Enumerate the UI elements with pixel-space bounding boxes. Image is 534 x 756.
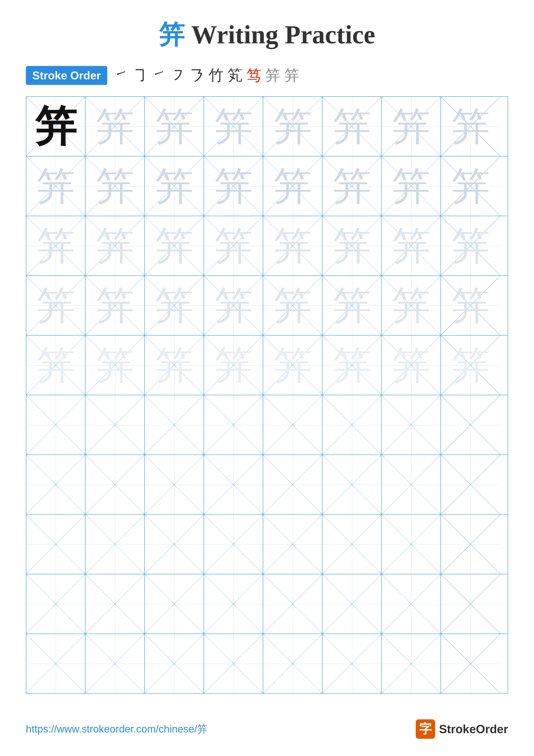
grid-cell[interactable]: 笄 <box>322 97 382 156</box>
grid-cell[interactable] <box>263 395 322 454</box>
grid-cell[interactable]: 笄 <box>26 336 86 395</box>
practice-char: 笄 <box>392 286 431 325</box>
grid-cell[interactable]: 笄 <box>86 156 145 216</box>
grid-cell[interactable] <box>263 515 322 574</box>
practice-char: 笄 <box>96 227 135 265</box>
grid-cell[interactable] <box>382 574 441 634</box>
grid-cell[interactable]: 笄 <box>86 276 145 335</box>
grid-cell[interactable] <box>204 455 263 514</box>
grid-cell[interactable] <box>441 574 500 634</box>
grid-cell[interactable] <box>145 634 204 693</box>
grid-cell[interactable]: 笄 <box>441 97 500 156</box>
grid-cell[interactable] <box>441 515 500 574</box>
grid-row-empty <box>26 395 508 455</box>
practice-char: 笄 <box>333 286 371 325</box>
grid-cell[interactable]: 笄 <box>204 156 263 216</box>
practice-char: 笄 <box>273 227 312 265</box>
grid-cell[interactable] <box>204 515 263 574</box>
footer: https://www.strokeorder.com/chinese/笄 字 … <box>26 719 508 739</box>
grid-cell[interactable] <box>86 515 145 574</box>
grid-cell[interactable] <box>322 395 382 454</box>
grid-cell[interactable]: 笄 <box>441 216 500 275</box>
grid-cell[interactable] <box>26 574 86 634</box>
practice-char: 笄 <box>37 286 75 325</box>
grid-cell[interactable] <box>441 634 500 693</box>
footer-url[interactable]: https://www.strokeorder.com/chinese/笄 <box>26 722 207 736</box>
grid-cell[interactable] <box>204 395 263 454</box>
practice-char: 笄 <box>214 107 253 146</box>
grid-cell[interactable] <box>86 395 145 454</box>
practice-char: 笄 <box>273 286 312 325</box>
grid-cell[interactable] <box>322 455 382 514</box>
grid-cell[interactable] <box>145 395 204 454</box>
grid-cell[interactable]: 笄 <box>441 336 500 395</box>
grid-cell[interactable]: 笄 <box>382 97 441 156</box>
grid-cell[interactable] <box>263 574 322 634</box>
grid-cell[interactable] <box>322 634 382 693</box>
grid-cell[interactable]: 笄 <box>263 97 322 156</box>
grid-cell[interactable]: 笄 <box>382 276 441 335</box>
grid-cell[interactable] <box>145 574 204 634</box>
grid-cell[interactable]: 笄 <box>86 97 145 156</box>
grid-cell[interactable] <box>145 455 204 514</box>
grid-cell[interactable] <box>204 574 263 634</box>
practice-char: 笄 <box>155 107 194 146</box>
title-char: 笄 <box>159 20 185 49</box>
grid-cell[interactable]: 笄 <box>382 216 441 275</box>
grid-cell[interactable]: 笄 <box>145 336 204 395</box>
practice-char: 笄 <box>96 286 135 325</box>
grid-cell[interactable] <box>263 634 322 693</box>
grid-cell[interactable] <box>441 395 500 454</box>
grid-cell[interactable] <box>86 455 145 514</box>
grid-cell[interactable] <box>322 574 382 634</box>
grid-cell[interactable]: 笄 <box>263 156 322 216</box>
grid-cell[interactable]: 笄 <box>263 216 322 275</box>
grid-cell[interactable]: 笄 <box>26 97 86 156</box>
grid-cell[interactable] <box>26 455 86 514</box>
grid-cell[interactable] <box>382 395 441 454</box>
grid-cell[interactable]: 笄 <box>322 336 382 395</box>
grid-cell[interactable]: 笄 <box>263 336 322 395</box>
grid-cell[interactable]: 笄 <box>322 156 382 216</box>
grid-cell[interactable]: 笄 <box>204 216 263 275</box>
grid-cell[interactable] <box>145 515 204 574</box>
grid-cell[interactable] <box>26 515 86 574</box>
grid-cell[interactable]: 笄 <box>26 216 86 275</box>
grid-cell[interactable]: 笄 <box>263 276 322 335</box>
grid-cell[interactable]: 笄 <box>204 97 263 156</box>
grid-cell[interactable] <box>26 395 86 454</box>
grid-cell[interactable]: 笄 <box>145 216 204 275</box>
stroke-order-row: Stroke Order ㇀ ㇆ ㇀ ㇇ ㇋ 竹 笂 笃 笄 笄 <box>0 65 534 96</box>
grid-cell[interactable] <box>86 634 145 693</box>
grid-cell[interactable] <box>263 455 322 514</box>
practice-char: 笄 <box>214 346 253 385</box>
page-title: 笄 Writing Practice <box>0 0 534 65</box>
grid-cell[interactable]: 笄 <box>441 276 500 335</box>
grid-cell[interactable]: 笄 <box>26 276 86 335</box>
practice-char: 笄 <box>451 346 490 385</box>
grid-row: 笄 笄 笄 笄 笄 笄 笄 笄 <box>26 216 508 276</box>
grid-cell[interactable]: 笄 <box>322 216 382 275</box>
grid-cell[interactable]: 笄 <box>145 97 204 156</box>
grid-cell[interactable] <box>204 634 263 693</box>
grid-cell[interactable] <box>441 455 500 514</box>
grid-cell[interactable]: 笄 <box>204 336 263 395</box>
grid-cell[interactable] <box>382 634 441 693</box>
grid-cell[interactable]: 笄 <box>145 276 204 335</box>
grid-cell[interactable] <box>26 634 86 693</box>
grid-cell[interactable]: 笄 <box>26 156 86 216</box>
grid-cell[interactable]: 笄 <box>86 336 145 395</box>
grid-row: 笄 笄 笄 笄 笄 笄 笄 笄 <box>26 336 508 395</box>
grid-cell[interactable]: 笄 <box>382 156 441 216</box>
grid-cell[interactable] <box>322 515 382 574</box>
grid-cell[interactable] <box>382 455 441 514</box>
grid-cell[interactable] <box>382 515 441 574</box>
grid-cell[interactable] <box>86 574 145 634</box>
grid-cell[interactable]: 笄 <box>322 276 382 335</box>
practice-char: 笄 <box>214 167 253 205</box>
grid-cell[interactable]: 笄 <box>441 156 500 216</box>
grid-cell[interactable]: 笄 <box>145 156 204 216</box>
grid-cell[interactable]: 笄 <box>382 336 441 395</box>
grid-cell[interactable]: 笄 <box>204 276 263 335</box>
grid-cell[interactable]: 笄 <box>86 216 145 275</box>
